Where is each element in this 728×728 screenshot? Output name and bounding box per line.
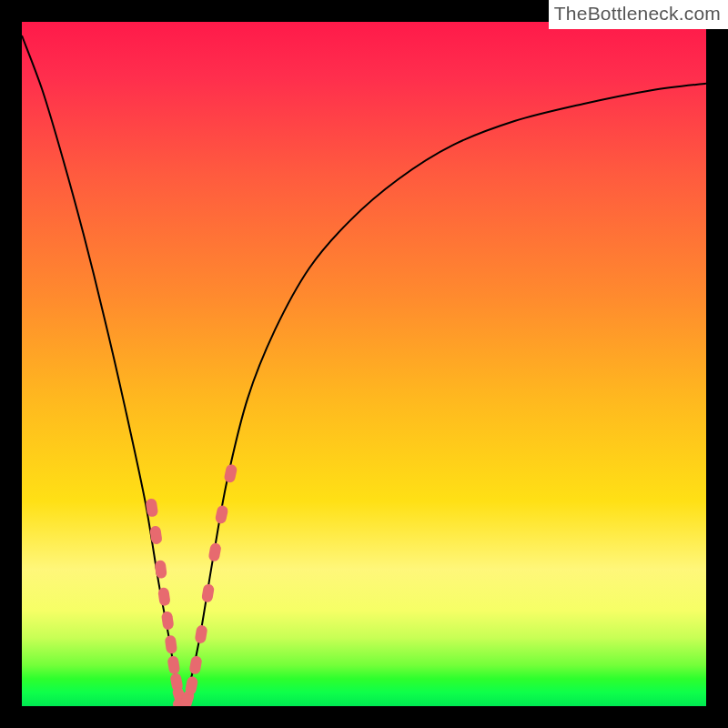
watermark-text: TheBottleneck.com	[554, 3, 721, 24]
bead	[161, 611, 175, 630]
plot-area	[22, 22, 706, 706]
bead	[207, 542, 221, 562]
bead	[155, 560, 167, 579]
bead	[157, 587, 171, 606]
bead	[194, 624, 207, 644]
bead	[201, 583, 215, 603]
bottleneck-curve	[22, 35, 706, 706]
watermark-box: TheBottleneck.com	[549, 0, 728, 29]
chart-frame: TheBottleneck.com	[0, 0, 728, 728]
bead	[167, 655, 180, 675]
bead	[188, 655, 202, 675]
bead	[223, 463, 238, 483]
bead	[215, 504, 229, 524]
bead	[165, 635, 178, 654]
curve-svg	[22, 22, 706, 706]
